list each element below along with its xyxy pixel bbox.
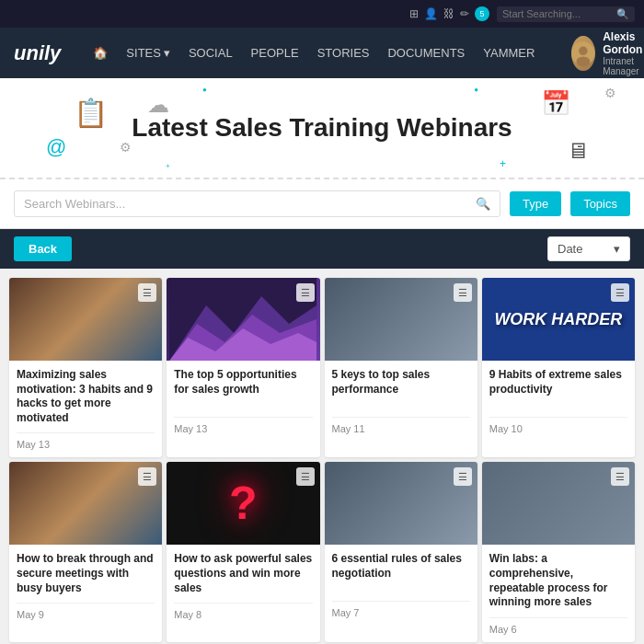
- deco-dot3: +: [166, 162, 170, 170]
- nav-home[interactable]: 🏠: [93, 46, 108, 60]
- date-filter-chevron: ▾: [614, 242, 620, 256]
- card-item[interactable]: ☰ Maximizing sales motivation: 3 habits …: [9, 278, 162, 457]
- card-title: 5 keys to top sales performance: [332, 368, 470, 409]
- nav-yammer[interactable]: YAMMER: [483, 46, 535, 60]
- card-date: May 10: [489, 417, 627, 434]
- date-filter[interactable]: Date ▾: [547, 236, 630, 261]
- card-item[interactable]: WORK HARDER ☰ 9 Habits of extreme sales …: [482, 278, 635, 457]
- deco-at: @: [46, 135, 66, 159]
- card-date: May 7: [332, 601, 470, 618]
- cards-grid: ☰ Maximizing sales motivation: 3 habits …: [0, 269, 644, 644]
- thumb-text: WORK HARDER: [494, 310, 622, 329]
- user-role: Intranet Manager: [603, 56, 644, 76]
- card-body: How to ask powerful sales questions and …: [167, 545, 319, 627]
- card-thumbnail: ☰: [9, 462, 162, 545]
- card-thumbnail: ☰: [9, 278, 162, 361]
- nav-people[interactable]: PEOPLE: [251, 46, 299, 60]
- card-thumbnail: ☰: [325, 278, 477, 361]
- topics-button[interactable]: Topics: [570, 191, 630, 216]
- deco-monitor: 🖥: [567, 138, 589, 164]
- nav-documents[interactable]: DOCUMENTS: [387, 46, 465, 60]
- main-nav: unily 🏠 SITES ▾ SOCIAL PEOPLE STORIES DO…: [0, 28, 644, 78]
- card-date: May 11: [332, 417, 470, 434]
- deco-dot1: ●: [202, 86, 207, 94]
- avatar: [571, 36, 595, 71]
- card-date: May 9: [17, 603, 155, 620]
- deco-calendar: 📅: [541, 89, 570, 118]
- windows-icon[interactable]: ⊞: [409, 7, 419, 20]
- card-overlay-icon: ☰: [138, 467, 156, 486]
- top-search-input[interactable]: [502, 8, 613, 19]
- deco-gear-right: ⚙: [604, 86, 616, 100]
- card-body: How to break through and secure meetings…: [9, 545, 162, 627]
- type-button[interactable]: Type: [510, 191, 561, 216]
- card-title: How to ask powerful sales questions and …: [174, 552, 312, 595]
- card-thumbnail: WORK HARDER ☰: [482, 278, 635, 361]
- card-title: 6 essential rules of sales negotiation: [332, 552, 470, 593]
- home-icon: 🏠: [93, 46, 108, 60]
- card-title: Win labs: a comprehensive, repeatable pr…: [489, 552, 627, 609]
- user-name: Alexis Gordon: [603, 30, 644, 56]
- card-title: Maximizing sales motivation: 3 habits an…: [17, 368, 155, 425]
- user-menu[interactable]: Alexis Gordon Intranet Manager ▾: [571, 30, 644, 76]
- card-overlay-icon: ☰: [611, 283, 629, 302]
- card-item[interactable]: ☰ The top 5 opportunities for sales grow…: [167, 278, 319, 457]
- notification-badge[interactable]: 5: [475, 6, 489, 21]
- card-body: Win labs: a comprehensive, repeatable pr…: [482, 545, 635, 641]
- card-body: 5 keys to top sales performance May 11: [325, 361, 477, 442]
- card-overlay-icon: ☰: [296, 467, 315, 486]
- card-date: May 6: [489, 617, 627, 635]
- user-icon[interactable]: 👤: [424, 7, 438, 20]
- card-title: How to break through and secure meetings…: [17, 552, 155, 595]
- card-overlay-icon: ☰: [611, 467, 629, 486]
- webinar-search-box[interactable]: 🔍: [14, 190, 500, 217]
- webinar-search-input[interactable]: [24, 197, 470, 211]
- card-thumbnail: ☰: [167, 278, 319, 361]
- deco-dot2: ●: [474, 86, 478, 94]
- date-filter-label: Date: [558, 242, 582, 256]
- svg-point-1: [580, 46, 588, 54]
- card-item[interactable]: ? ☰ How to ask powerful sales questions …: [167, 462, 319, 641]
- card-body: 9 Habits of extreme sales productivity M…: [482, 361, 635, 442]
- card-overlay-icon: ☰: [138, 283, 156, 302]
- card-item[interactable]: ☰ Win labs: a comprehensive, repeatable …: [482, 462, 635, 641]
- card-body: The top 5 opportunities for sales growth…: [167, 361, 319, 442]
- deco-gear-left: ⚙: [120, 140, 132, 155]
- sites-chevron: ▾: [164, 46, 170, 60]
- card-body: Maximizing sales motivation: 3 habits an…: [9, 361, 162, 457]
- card-overlay-icon: ☰: [454, 283, 472, 302]
- deco-plus: +: [500, 157, 506, 170]
- nav-social[interactable]: SOCIAL: [189, 46, 233, 60]
- card-overlay-icon: ☰: [296, 283, 315, 302]
- top-bar: ⊞ 👤 ⛓ ✏ 5 🔍: [0, 0, 644, 28]
- nav-stories[interactable]: STORIES: [317, 46, 370, 60]
- back-button[interactable]: Back: [14, 236, 72, 261]
- search-icon: 🔍: [476, 197, 490, 211]
- hero-title: Latest Sales Training Webinars: [132, 112, 512, 144]
- sites-label: SITES: [126, 46, 161, 60]
- card-item[interactable]: ☰ How to break through and secure meetin…: [9, 462, 162, 641]
- card-thumbnail: ☰: [325, 462, 477, 545]
- card-item[interactable]: ☰ 6 essential rules of sales negotiation…: [325, 462, 477, 641]
- nav-sites[interactable]: SITES ▾: [126, 46, 170, 60]
- card-thumbnail: ? ☰: [167, 462, 319, 545]
- hero-banner: 📋 ☁ @ ⚙ 📅 ⚙ 🖥 ● ● + + Latest Sales Train…: [0, 78, 644, 179]
- top-search-bar[interactable]: 🔍: [497, 6, 635, 22]
- card-date: May 8: [174, 603, 312, 620]
- svg-point-2: [577, 56, 591, 66]
- card-date: May 13: [174, 417, 312, 434]
- card-item[interactable]: ☰ 5 keys to top sales performance May 11: [325, 278, 477, 457]
- card-overlay-icon: ☰: [454, 467, 472, 486]
- card-date: May 13: [17, 432, 155, 450]
- avatar-svg: [571, 36, 595, 71]
- user-info: Alexis Gordon Intranet Manager: [603, 30, 644, 76]
- search-area: 🔍 Type Topics: [0, 179, 644, 229]
- question-mark: ?: [229, 477, 258, 530]
- edit-icon[interactable]: ✏: [460, 7, 469, 20]
- card-title: The top 5 opportunities for sales growth: [174, 368, 312, 409]
- deco-clipboard: 📋: [74, 97, 108, 129]
- top-bar-icons: ⊞ 👤 ⛓ ✏ 5: [409, 6, 489, 21]
- toolbar: Back Date ▾: [0, 229, 644, 269]
- card-thumbnail: ☰: [482, 462, 635, 545]
- network-icon[interactable]: ⛓: [443, 7, 454, 20]
